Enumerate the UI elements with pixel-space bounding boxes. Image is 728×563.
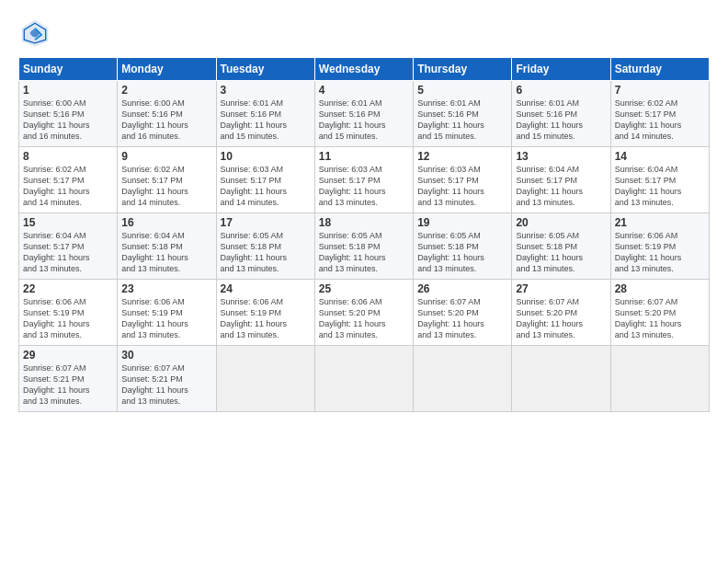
calendar-header: SundayMondayTuesdayWednesdayThursdayFrid… — [19, 58, 710, 81]
day-info: Sunrise: 6:04 AM Sunset: 5:17 PM Dayligh… — [615, 164, 705, 209]
header — [18, 17, 710, 50]
calendar-cell-9: 9Sunrise: 6:02 AM Sunset: 5:17 PM Daylig… — [118, 147, 216, 213]
day-info: Sunrise: 6:02 AM Sunset: 5:17 PM Dayligh… — [121, 164, 211, 209]
calendar-cell-2: 2Sunrise: 6:00 AM Sunset: 5:16 PM Daylig… — [118, 81, 216, 147]
day-info: Sunrise: 6:00 AM Sunset: 5:16 PM Dayligh… — [121, 98, 211, 143]
calendar-cell-24: 24Sunrise: 6:06 AM Sunset: 5:19 PM Dayli… — [216, 280, 314, 346]
calendar-cell-6: 6Sunrise: 6:01 AM Sunset: 5:16 PM Daylig… — [512, 81, 610, 147]
day-info: Sunrise: 6:07 AM Sunset: 5:20 PM Dayligh… — [615, 296, 705, 341]
day-number: 21 — [615, 216, 705, 229]
day-number: 19 — [417, 216, 507, 229]
header-day-friday: Friday — [512, 58, 610, 81]
day-info: Sunrise: 6:07 AM Sunset: 5:20 PM Dayligh… — [516, 296, 606, 341]
day-info: Sunrise: 6:04 AM Sunset: 5:18 PM Dayligh… — [121, 230, 211, 275]
day-info: Sunrise: 6:02 AM Sunset: 5:17 PM Dayligh… — [615, 98, 705, 143]
day-info: Sunrise: 6:06 AM Sunset: 5:19 PM Dayligh… — [221, 296, 311, 341]
calendar-cell-10: 10Sunrise: 6:03 AM Sunset: 5:17 PM Dayli… — [216, 147, 314, 213]
day-number: 26 — [417, 282, 507, 295]
calendar-week-1: 1Sunrise: 6:00 AM Sunset: 5:16 PM Daylig… — [19, 81, 710, 147]
day-number: 30 — [121, 349, 211, 362]
day-number: 12 — [417, 150, 507, 163]
day-number: 5 — [417, 84, 507, 97]
calendar-cell-29: 29Sunrise: 6:07 AM Sunset: 5:21 PM Dayli… — [19, 346, 118, 412]
day-info: Sunrise: 6:04 AM Sunset: 5:17 PM Dayligh… — [23, 230, 113, 275]
day-number: 27 — [516, 282, 606, 295]
calendar-cell-empty — [610, 346, 709, 412]
calendar-cell-7: 7Sunrise: 6:02 AM Sunset: 5:17 PM Daylig… — [610, 81, 709, 147]
day-info: Sunrise: 6:02 AM Sunset: 5:17 PM Dayligh… — [23, 164, 113, 209]
day-info: Sunrise: 6:06 AM Sunset: 5:19 PM Dayligh… — [121, 296, 211, 341]
day-number: 17 — [221, 216, 311, 229]
header-day-sunday: Sunday — [19, 58, 118, 81]
calendar-cell-20: 20Sunrise: 6:05 AM Sunset: 5:18 PM Dayli… — [512, 213, 610, 280]
calendar-cell-4: 4Sunrise: 6:01 AM Sunset: 5:16 PM Daylig… — [314, 81, 413, 147]
calendar-cell-empty — [512, 346, 610, 412]
day-info: Sunrise: 6:07 AM Sunset: 5:21 PM Dayligh… — [121, 362, 211, 408]
calendar-cell-17: 17Sunrise: 6:05 AM Sunset: 5:18 PM Dayli… — [216, 213, 314, 280]
calendar-cell-empty — [414, 346, 512, 412]
calendar-cell-19: 19Sunrise: 6:05 AM Sunset: 5:18 PM Dayli… — [414, 213, 512, 280]
calendar-cell-8: 8Sunrise: 6:02 AM Sunset: 5:17 PM Daylig… — [19, 147, 118, 213]
day-number: 29 — [23, 349, 113, 362]
day-info: Sunrise: 6:01 AM Sunset: 5:16 PM Dayligh… — [221, 98, 311, 143]
calendar-cell-1: 1Sunrise: 6:00 AM Sunset: 5:16 PM Daylig… — [19, 81, 118, 147]
calendar-week-5: 29Sunrise: 6:07 AM Sunset: 5:21 PM Dayli… — [19, 346, 710, 412]
day-info: Sunrise: 6:05 AM Sunset: 5:18 PM Dayligh… — [319, 230, 409, 275]
day-info: Sunrise: 6:01 AM Sunset: 5:16 PM Dayligh… — [417, 98, 507, 143]
calendar-week-3: 15Sunrise: 6:04 AM Sunset: 5:17 PM Dayli… — [19, 213, 710, 280]
day-info: Sunrise: 6:06 AM Sunset: 5:19 PM Dayligh… — [615, 230, 705, 275]
day-info: Sunrise: 6:04 AM Sunset: 5:17 PM Dayligh… — [516, 164, 606, 209]
calendar-week-4: 22Sunrise: 6:06 AM Sunset: 5:19 PM Dayli… — [19, 280, 710, 346]
calendar-cell-16: 16Sunrise: 6:04 AM Sunset: 5:18 PM Dayli… — [118, 213, 216, 280]
day-number: 14 — [615, 150, 705, 163]
day-number: 2 — [121, 84, 211, 97]
calendar-cell-11: 11Sunrise: 6:03 AM Sunset: 5:17 PM Dayli… — [314, 147, 413, 213]
day-info: Sunrise: 6:03 AM Sunset: 5:17 PM Dayligh… — [417, 164, 507, 209]
calendar-cell-30: 30Sunrise: 6:07 AM Sunset: 5:21 PM Dayli… — [118, 346, 216, 412]
logo — [18, 17, 55, 50]
day-number: 28 — [615, 282, 705, 295]
calendar-cell-3: 3Sunrise: 6:01 AM Sunset: 5:16 PM Daylig… — [216, 81, 314, 147]
day-number: 16 — [121, 216, 211, 229]
day-number: 4 — [319, 84, 409, 97]
day-info: Sunrise: 6:07 AM Sunset: 5:21 PM Dayligh… — [23, 362, 113, 408]
day-number: 24 — [221, 282, 311, 295]
header-day-monday: Monday — [118, 58, 216, 81]
day-number: 9 — [121, 150, 211, 163]
day-number: 7 — [615, 84, 705, 97]
day-info: Sunrise: 6:06 AM Sunset: 5:19 PM Dayligh… — [23, 296, 113, 341]
logo-icon — [18, 17, 51, 50]
day-number: 8 — [23, 150, 113, 163]
calendar-body: 1Sunrise: 6:00 AM Sunset: 5:16 PM Daylig… — [19, 81, 710, 412]
day-number: 18 — [319, 216, 409, 229]
day-info: Sunrise: 6:07 AM Sunset: 5:20 PM Dayligh… — [417, 296, 507, 341]
day-number: 15 — [23, 216, 113, 229]
day-info: Sunrise: 6:05 AM Sunset: 5:18 PM Dayligh… — [221, 230, 311, 275]
calendar-week-2: 8Sunrise: 6:02 AM Sunset: 5:17 PM Daylig… — [19, 147, 710, 213]
header-day-tuesday: Tuesday — [216, 58, 314, 81]
header-row: SundayMondayTuesdayWednesdayThursdayFrid… — [19, 58, 710, 81]
calendar-cell-empty — [216, 346, 314, 412]
day-number: 23 — [121, 282, 211, 295]
day-number: 10 — [221, 150, 311, 163]
day-number: 1 — [23, 84, 113, 97]
calendar-cell-12: 12Sunrise: 6:03 AM Sunset: 5:17 PM Dayli… — [414, 147, 512, 213]
calendar-cell-5: 5Sunrise: 6:01 AM Sunset: 5:16 PM Daylig… — [414, 81, 512, 147]
day-info: Sunrise: 6:03 AM Sunset: 5:17 PM Dayligh… — [221, 164, 311, 209]
calendar-cell-23: 23Sunrise: 6:06 AM Sunset: 5:19 PM Dayli… — [118, 280, 216, 346]
day-number: 3 — [221, 84, 311, 97]
calendar-cell-22: 22Sunrise: 6:06 AM Sunset: 5:19 PM Dayli… — [19, 280, 118, 346]
day-info: Sunrise: 6:01 AM Sunset: 5:16 PM Dayligh… — [516, 98, 606, 143]
day-number: 6 — [516, 84, 606, 97]
calendar-table: SundayMondayTuesdayWednesdayThursdayFrid… — [18, 57, 710, 412]
day-number: 20 — [516, 216, 606, 229]
header-day-wednesday: Wednesday — [314, 58, 413, 81]
calendar-cell-27: 27Sunrise: 6:07 AM Sunset: 5:20 PM Dayli… — [512, 280, 610, 346]
calendar-cell-26: 26Sunrise: 6:07 AM Sunset: 5:20 PM Dayli… — [414, 280, 512, 346]
day-number: 22 — [23, 282, 113, 295]
calendar-cell-18: 18Sunrise: 6:05 AM Sunset: 5:18 PM Dayli… — [314, 213, 413, 280]
day-info: Sunrise: 6:05 AM Sunset: 5:18 PM Dayligh… — [516, 230, 606, 275]
header-day-thursday: Thursday — [414, 58, 512, 81]
header-day-saturday: Saturday — [610, 58, 709, 81]
calendar-cell-empty — [314, 346, 413, 412]
